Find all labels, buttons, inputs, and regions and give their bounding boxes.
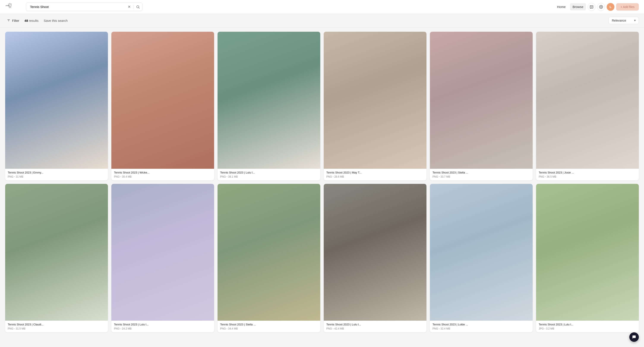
filter-button[interactable]: Filter: [5, 18, 21, 23]
card-meta-dot: [545, 176, 546, 177]
card-meta: JPG 3.2 MB: [539, 327, 636, 330]
nav-area: Home Browse L + Add files: [554, 3, 639, 11]
card-meta-dot: [120, 176, 121, 177]
card-body: Tennis Shoot 2023 | Lulu I... JPG 3.2 MB: [536, 321, 639, 332]
card-image: [5, 184, 108, 321]
card-size: 38.1 MB: [228, 175, 238, 178]
card-title: Tennis Shoot 2023 | Lulu I...: [539, 323, 636, 326]
search-submit-button[interactable]: [135, 4, 141, 10]
filter-bar: Filter 48 results Save this search Relev…: [0, 14, 644, 28]
card-size: 30.4 MB: [122, 175, 132, 178]
card-meta-dot: [14, 328, 15, 329]
card-body: Tennis Shoot 2023 | Claudi... PNG 31.5 M…: [5, 321, 108, 332]
card-item[interactable]: Tennis Shoot 2023 | Lulu I... PNG 42.4 M…: [324, 184, 426, 332]
card-image: [218, 32, 320, 169]
card-item[interactable]: Tennis Shoot 2023 | Stella ... PNG 33.7 …: [430, 32, 533, 180]
card-meta-dot: [439, 176, 440, 177]
card-item[interactable]: Tennis Shoot 2023 | May T... PNG 28.6 MB: [324, 32, 426, 180]
card-size: 28.6 MB: [334, 175, 344, 178]
card-size: 31.5 MB: [16, 327, 26, 330]
card-meta: PNG 31 MB: [8, 175, 105, 178]
card-body: Tennis Shoot 2023 | Lottie ... PNG 32.4 …: [430, 321, 533, 332]
avatar-button[interactable]: L: [607, 3, 614, 11]
search-icons: ✕: [127, 4, 141, 10]
image-grid: Tennis Shoot 2023 | Emmy... PNG 31 MB Te…: [0, 28, 644, 337]
card-meta-dot: [439, 328, 440, 329]
card-meta: PNG 38.1 MB: [220, 175, 318, 178]
card-meta-dot: [333, 328, 334, 329]
save-search-button[interactable]: Save this search: [42, 18, 69, 23]
card-body: Tennis Shoot 2023 | Wicke... PNG 30.4 MB: [111, 169, 214, 180]
add-files-button[interactable]: + Add files: [616, 3, 639, 10]
card-title: Tennis Shoot 2023 | Lulu I...: [114, 323, 212, 326]
card-item[interactable]: Tennis Shoot 2023 | Emmy... PNG 31 MB: [5, 32, 108, 180]
card-meta-dot: [544, 328, 545, 329]
card-size: 36.5 MB: [547, 175, 556, 178]
card-format: PNG: [8, 327, 14, 330]
card-size: 33.7 MB: [440, 175, 450, 178]
clear-search-button[interactable]: ✕: [127, 4, 132, 10]
card-body: Tennis Shoot 2023 | Lulu I... PNG 24.2 M…: [111, 321, 214, 332]
card-meta: PNG 34.4 MB: [220, 327, 318, 330]
card-format: PNG: [114, 327, 120, 330]
search-input[interactable]: [26, 2, 142, 11]
card-size: 3.2 MB: [546, 327, 554, 330]
settings-icon-button[interactable]: [597, 3, 605, 11]
chat-widget-button[interactable]: [629, 332, 639, 342]
gallery-icon-button[interactable]: [588, 3, 596, 11]
card-item[interactable]: Tennis Shoot 2023 | Lulu I... JPG 3.2 MB: [536, 184, 639, 332]
card-size: 32.4 MB: [440, 327, 450, 330]
card-body: Tennis Shoot 2023 | May T... PNG 28.6 MB: [324, 169, 426, 180]
logo-area: emmy: [5, 2, 22, 12]
card-item[interactable]: Tennis Shoot 2023 | Claudi... PNG 31.5 M…: [5, 184, 108, 332]
card-size: 42.4 MB: [334, 327, 344, 330]
card-meta-dot: [14, 176, 15, 177]
card-meta-dot: [333, 176, 334, 177]
chat-icon: [632, 335, 636, 339]
card-format: PNG: [326, 327, 332, 330]
card-image: [430, 32, 533, 169]
card-title: Tennis Shoot 2023 | Emmy...: [8, 171, 105, 174]
filter-label: Filter: [12, 19, 19, 22]
card-title: Tennis Shoot 2023 | Lulu I...: [326, 323, 424, 326]
card-item[interactable]: Tennis Shoot 2023 | Josie ... PNG 36.5 M…: [536, 32, 639, 180]
card-title: Tennis Shoot 2023 | Josie ...: [539, 171, 636, 174]
sort-wrapper: Relevance Date added Name File size ▼: [608, 17, 639, 24]
card-image: [5, 32, 108, 169]
browse-nav-link[interactable]: Browse: [570, 3, 586, 10]
sort-select[interactable]: Relevance Date added Name File size: [608, 17, 639, 24]
card-body: Tennis Shoot 2023 | Lulu I... PNG 42.4 M…: [324, 321, 426, 332]
card-format: PNG: [220, 327, 226, 330]
card-item[interactable]: Tennis Shoot 2023 | Stella ... PNG 34.4 …: [218, 184, 320, 332]
card-item[interactable]: Tennis Shoot 2023 | Wicke... PNG 30.4 MB: [111, 32, 214, 180]
card-image: [324, 184, 426, 321]
svg-line-4: [11, 4, 12, 4]
card-format: PNG: [432, 327, 438, 330]
card-size: 24.2 MB: [122, 327, 132, 330]
svg-line-3: [8, 4, 9, 4]
card-image: [218, 184, 320, 321]
card-format: PNG: [539, 175, 544, 178]
card-item[interactable]: Tennis Shoot 2023 | Lulu I... PNG 24.2 M…: [111, 184, 214, 332]
card-format: PNG: [220, 175, 226, 178]
card-format: PNG: [326, 175, 332, 178]
card-size: 31 MB: [16, 175, 23, 178]
card-meta-dot: [226, 176, 227, 177]
logo-icon: emmy: [5, 2, 15, 12]
card-size: 34.4 MB: [228, 327, 238, 330]
card-title: Tennis Shoot 2023 | Claudi...: [8, 323, 105, 326]
card-meta: PNG 42.4 MB: [326, 327, 424, 330]
card-format: PNG: [432, 175, 438, 178]
card-body: Tennis Shoot 2023 | Josie ... PNG 36.5 M…: [536, 169, 639, 180]
search-divider: [133, 5, 134, 9]
card-title: Tennis Shoot 2023 | Lottie ...: [432, 323, 530, 326]
home-nav-link[interactable]: Home: [554, 3, 568, 10]
card-meta: PNG 31.5 MB: [8, 327, 105, 330]
card-meta: PNG 28.6 MB: [326, 175, 424, 178]
card-image: [111, 32, 214, 169]
card-meta-dot: [120, 328, 121, 329]
card-item[interactable]: Tennis Shoot 2023 | Lottie ... PNG 32.4 …: [430, 184, 533, 332]
card-body: Tennis Shoot 2023 | Emmy... PNG 31 MB: [5, 169, 108, 180]
card-item[interactable]: Tennis Shoot 2023 | Lulu I... PNG 38.1 M…: [218, 32, 320, 180]
svg-point-9: [600, 6, 602, 7]
